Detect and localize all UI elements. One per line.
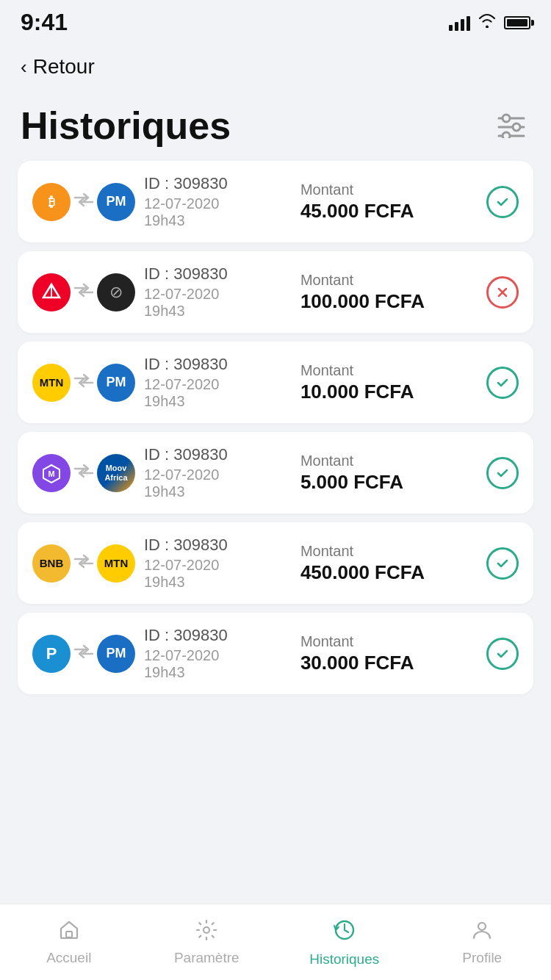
tx-time: 19h43 xyxy=(144,212,292,229)
transfer-arrow-icon xyxy=(73,373,94,392)
tx-icons: M MoovAfrica xyxy=(32,454,135,492)
person-icon xyxy=(470,918,494,947)
status-badge xyxy=(486,186,519,218)
montant-label: Montant xyxy=(300,543,353,560)
nav-item-profile[interactable]: Profile xyxy=(414,912,552,972)
tx-info: ID : 309830 12-07-2020 19h43 xyxy=(144,355,292,410)
status-badge xyxy=(486,547,519,580)
svg-text:₿: ₿ xyxy=(48,195,55,209)
nav-label-profile: Profile xyxy=(462,950,502,966)
to-icon-pm: PM xyxy=(97,183,135,221)
home-icon xyxy=(57,918,81,947)
tx-id: ID : 309830 xyxy=(144,174,292,193)
nav-label-accueil: Accueil xyxy=(46,950,91,966)
montant-label: Montant xyxy=(300,362,353,379)
status-badge xyxy=(486,638,519,670)
montant-label: Montant xyxy=(300,181,353,198)
tx-id: ID : 309830 xyxy=(144,264,292,284)
tx-info: ID : 309830 12-07-2020 19h43 xyxy=(144,174,292,229)
status-icons xyxy=(449,13,530,32)
svg-rect-13 xyxy=(66,932,72,937)
from-icon-btc: ₿ xyxy=(32,183,71,221)
tx-amount: 100.000 FCFA xyxy=(300,290,425,313)
tx-info: ID : 309830 12-07-2020 19h43 xyxy=(144,536,292,591)
tx-amount-col: Montant 45.000 FCFA xyxy=(300,181,478,223)
transfer-arrow-icon xyxy=(73,464,94,483)
from-icon-mtn: MTN xyxy=(32,364,71,402)
svg-point-3 xyxy=(513,123,520,131)
tx-date: 12-07-2020 xyxy=(144,286,292,303)
tx-amount-col: Montant 5.000 FCFA xyxy=(300,453,478,494)
tx-amount: 450.000 FCFA xyxy=(300,561,425,584)
status-badge xyxy=(486,367,519,399)
status-badge xyxy=(486,457,519,489)
tx-id: ID : 309830 xyxy=(144,536,292,555)
transfer-arrow-icon xyxy=(73,644,94,663)
header: ‹ Retour xyxy=(0,42,551,86)
to-icon-pm: PM xyxy=(97,364,135,402)
nav-item-accueil[interactable]: Accueil xyxy=(0,912,138,972)
status-bar: 9:41 xyxy=(0,0,551,42)
svg-point-5 xyxy=(503,132,510,138)
svg-text:M: M xyxy=(48,469,54,478)
montant-label: Montant xyxy=(300,453,353,469)
tx-amount-col: Montant 10.000 FCFA xyxy=(300,362,478,403)
tx-time: 19h43 xyxy=(144,664,292,681)
tx-info: ID : 309830 12-07-2020 19h43 xyxy=(144,445,292,500)
table-row[interactable]: ⊘ ID : 309830 12-07-2020 19h43 Montant 1… xyxy=(18,251,533,333)
filter-button[interactable] xyxy=(492,107,530,145)
tx-amount: 45.000 FCFA xyxy=(300,200,414,223)
bottom-nav: Accueil Paramètre Historiques xyxy=(0,904,551,980)
to-icon-mtn: MTN xyxy=(97,544,135,583)
wifi-icon xyxy=(478,13,497,32)
back-chevron-icon: ‹ xyxy=(21,56,27,79)
from-icon-p: P xyxy=(32,635,71,673)
from-icon-matic: M xyxy=(32,454,71,492)
tx-id: ID : 309830 xyxy=(144,626,292,645)
svg-point-1 xyxy=(503,115,510,122)
gear-icon xyxy=(195,918,218,947)
table-row[interactable]: BNB MTN ID : 309830 12-07-2020 19h43 Mon… xyxy=(18,522,533,604)
transfer-arrow-icon xyxy=(73,192,94,212)
tx-icons: ₿ PM xyxy=(32,183,135,221)
tx-time: 19h43 xyxy=(144,393,292,410)
tx-icons: MTN PM xyxy=(32,364,135,402)
table-row[interactable]: P PM ID : 309830 12-07-2020 19h43 Montan… xyxy=(18,613,533,694)
montant-label: Montant xyxy=(300,633,353,650)
tx-id: ID : 309830 xyxy=(144,355,292,374)
svg-point-16 xyxy=(478,923,486,930)
tx-time: 19h43 xyxy=(144,574,292,591)
montant-label: Montant xyxy=(300,272,353,289)
tx-amount: 5.000 FCFA xyxy=(300,471,403,494)
tx-amount: 10.000 FCFA xyxy=(300,381,414,403)
table-row[interactable]: M MoovAfrica ID : 309830 12-07-2020 19h4… xyxy=(18,432,533,514)
tx-icons: ⊘ xyxy=(32,273,135,311)
signal-icon xyxy=(449,15,470,31)
tx-amount-col: Montant 450.000 FCFA xyxy=(300,543,478,584)
nav-item-parametre[interactable]: Paramètre xyxy=(138,912,276,972)
to-icon-pm: PM xyxy=(97,635,135,673)
back-button[interactable]: ‹ Retour xyxy=(21,52,95,82)
nav-item-historiques[interactable]: Historiques xyxy=(276,911,414,973)
nav-label-parametre: Paramètre xyxy=(174,950,240,966)
to-icon-blocked: ⊘ xyxy=(97,273,135,311)
tx-icons: P PM xyxy=(32,635,135,673)
nav-label-historiques: Historiques xyxy=(309,951,379,968)
tx-id: ID : 309830 xyxy=(144,445,292,464)
battery-icon xyxy=(504,16,530,29)
table-row[interactable]: ₿ PM ID : 309830 12-07-2020 19h43 Montan… xyxy=(18,161,533,242)
filter-icon xyxy=(496,113,527,138)
from-icon-tron xyxy=(32,273,71,311)
transactions-list: ₿ PM ID : 309830 12-07-2020 19h43 Montan… xyxy=(0,161,551,694)
from-icon-bnb: BNB xyxy=(32,544,71,583)
tx-date: 12-07-2020 xyxy=(144,647,292,664)
tx-date: 12-07-2020 xyxy=(144,195,292,212)
status-time: 9:41 xyxy=(21,9,68,36)
tx-amount-col: Montant 30.000 FCFA xyxy=(300,633,478,674)
tx-date: 12-07-2020 xyxy=(144,557,292,574)
tx-icons: BNB MTN xyxy=(32,544,135,583)
tx-time: 19h43 xyxy=(144,303,292,320)
tx-date: 12-07-2020 xyxy=(144,466,292,483)
table-row[interactable]: MTN PM ID : 309830 12-07-2020 19h43 Mont… xyxy=(18,342,533,423)
tx-amount: 30.000 FCFA xyxy=(300,652,414,674)
